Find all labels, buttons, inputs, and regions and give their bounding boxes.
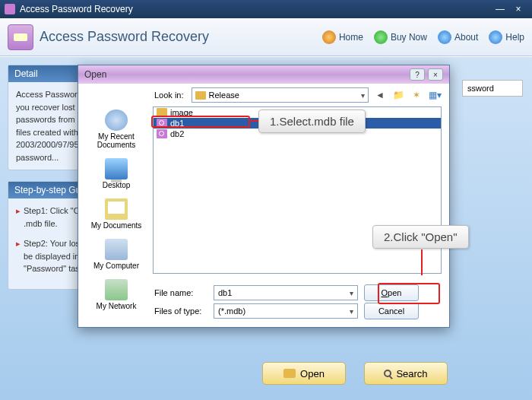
filetype-combo[interactable]: (*.mdb)▾ [214, 303, 358, 319]
back-icon[interactable]: ◄ [373, 88, 387, 102]
folder-icon [195, 91, 206, 100]
lookin-combo[interactable]: Release ▾ [192, 87, 369, 103]
open-dialog: Open ? × Look in: Release ▾ ◄ 📁 ✶ ▦▾ My … [78, 65, 450, 328]
home-icon [322, 30, 336, 44]
mdb-icon [157, 129, 167, 138]
folder-icon [157, 108, 167, 117]
search-icon [384, 370, 391, 377]
dialog-titlebar: Open ? × [78, 65, 449, 84]
nav-buy[interactable]: Buy Now [374, 30, 427, 44]
network-icon [105, 279, 128, 300]
annotation-line-2 [421, 249, 423, 275]
app-title: Access Password Recovery [40, 29, 209, 45]
lookin-label: Look in: [154, 90, 184, 100]
window-titlebar: Access Password Recovery — × [0, 0, 532, 18]
up-icon[interactable]: 📁 [391, 88, 405, 102]
place-network[interactable]: My Network [97, 279, 137, 310]
dialog-close-button[interactable]: × [428, 68, 443, 81]
filetype-label: Files of type: [154, 306, 207, 316]
open-button[interactable]: Open [262, 362, 346, 385]
documents-icon [105, 198, 128, 220]
about-icon [438, 30, 451, 44]
recent-icon [105, 110, 128, 131]
app-icon [5, 4, 15, 14]
chevron-down-icon: ▾ [361, 91, 365, 100]
help-icon [489, 30, 502, 44]
chevron-down-icon: ▾ [350, 307, 353, 316]
close-button[interactable]: × [509, 3, 527, 15]
newfolder-icon[interactable]: ✶ [410, 88, 423, 102]
dialog-open-button[interactable]: Open [364, 284, 419, 301]
nav-about[interactable]: About [438, 30, 478, 44]
folder-icon [283, 369, 296, 378]
nav-help[interactable]: Help [489, 30, 524, 44]
annotation-1: 1.Select.mdb file [258, 110, 366, 133]
nav-home[interactable]: Home [322, 30, 363, 44]
mdb-icon [157, 119, 167, 128]
dialog-help-button[interactable]: ? [410, 68, 425, 81]
computer-icon [105, 239, 128, 260]
dialog-title: Open [84, 69, 106, 80]
filename-combo[interactable]: db1▾ [214, 285, 358, 300]
password-field[interactable]: ssword [462, 80, 523, 97]
annotation-2: 2.Click "Open" [372, 225, 469, 249]
minimize-button[interactable]: — [491, 3, 509, 15]
places-bar: My Recent Documents Desktop My Documents… [83, 106, 150, 322]
place-docs[interactable]: My Documents [91, 198, 142, 230]
chevron-down-icon: ▾ [350, 289, 353, 297]
filename-label: File name: [154, 288, 207, 297]
place-desktop[interactable]: Desktop [103, 158, 131, 189]
place-computer[interactable]: My Computer [93, 239, 139, 270]
place-recent[interactable]: My Recent Documents [83, 110, 150, 149]
desktop-icon [105, 158, 128, 179]
window-title: Access Password Recovery [20, 4, 133, 14]
logo-icon [8, 24, 33, 50]
views-icon[interactable]: ▦▾ [428, 88, 442, 102]
dialog-cancel-button[interactable]: Cancel [364, 303, 419, 319]
app-header: Access Password Recovery Home Buy Now Ab… [0, 18, 532, 56]
buy-icon [374, 30, 388, 44]
search-button[interactable]: Search [364, 362, 448, 385]
